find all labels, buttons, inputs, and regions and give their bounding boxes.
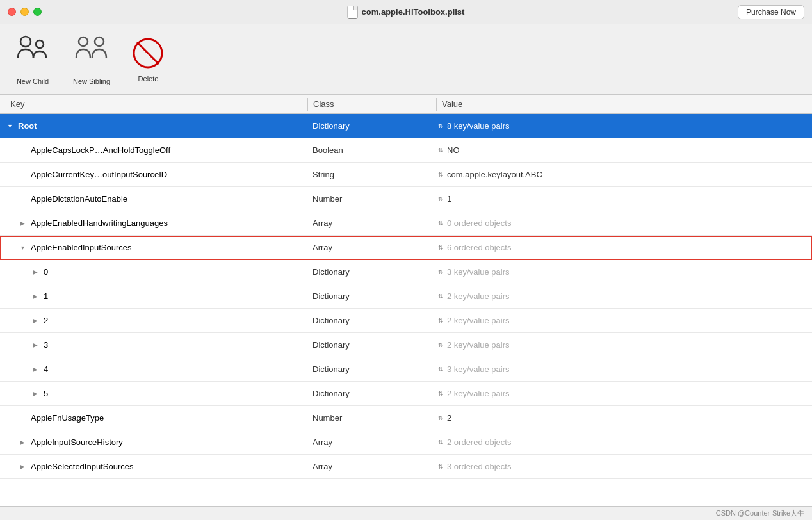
status-bar: CSDN @Counter-Strike大牛 bbox=[0, 506, 812, 520]
value-text: 2 key/value pairs bbox=[447, 316, 510, 325]
cell-class: Array bbox=[307, 218, 435, 228]
cell-class: Dictionary bbox=[307, 316, 435, 325]
cell-value: ⇅3 ordered objects bbox=[435, 462, 812, 471]
key-text: 4 bbox=[44, 364, 48, 374]
value-text: 6 ordered objects bbox=[447, 243, 511, 252]
cell-class: Dictionary bbox=[307, 389, 435, 398]
table-row[interactable]: ▶1Dictionary⇅2 key/value pairs bbox=[0, 284, 812, 309]
value-text: 3 key/value pairs bbox=[447, 267, 510, 277]
title-bar: com.apple.HIToolbox.plist Purchase Now bbox=[0, 0, 812, 24]
delete-icon bbox=[131, 36, 166, 71]
value-text: 2 key/value pairs bbox=[447, 291, 510, 301]
chevron-icon: ▶ bbox=[18, 220, 27, 227]
cell-class: Dictionary bbox=[307, 291, 435, 301]
key-text: AppleEnabledHandwritingLanguages bbox=[31, 218, 168, 228]
cell-class: String bbox=[307, 170, 435, 179]
stepper-icon[interactable]: ⇅ bbox=[438, 220, 443, 227]
stepper-icon[interactable]: ⇅ bbox=[438, 147, 443, 154]
table-row[interactable]: ▶5Dictionary⇅2 key/value pairs bbox=[0, 382, 812, 406]
cell-key: ▶2 bbox=[0, 316, 307, 325]
key-text: 5 bbox=[44, 389, 48, 398]
cell-value: ⇅2 key/value pairs bbox=[435, 340, 812, 350]
key-text: AppleCapsLockP…AndHoldToggleOff bbox=[31, 145, 170, 155]
value-text: 3 ordered objects bbox=[447, 462, 511, 471]
stepper-icon[interactable]: ⇅ bbox=[438, 245, 443, 251]
table-row[interactable]: AppleCurrentKey…outInputSourceIDString⇅c… bbox=[0, 163, 812, 187]
new-sibling-button[interactable]: New Sibling bbox=[72, 34, 111, 85]
table-row[interactable]: ▶AppleSelectedInputSourcesArray⇅3 ordere… bbox=[0, 455, 812, 479]
cell-value: ⇅6 ordered objects bbox=[435, 243, 812, 252]
table-row[interactable]: ▶AppleEnabledHandwritingLanguagesArray⇅0… bbox=[0, 211, 812, 236]
cell-class: Dictionary bbox=[307, 121, 435, 131]
svg-point-3 bbox=[95, 37, 104, 46]
status-text: CSDN @Counter-Strike大牛 bbox=[716, 508, 804, 518]
cell-key: ▶4 bbox=[0, 364, 307, 374]
cell-key: ▶5 bbox=[0, 389, 307, 398]
key-text: 0 bbox=[44, 267, 48, 277]
stepper-icon[interactable]: ⇅ bbox=[438, 172, 443, 178]
table-row[interactable]: AppleDictationAutoEnableNumber⇅1 bbox=[0, 187, 812, 211]
cell-value: ⇅2 key/value pairs bbox=[435, 316, 812, 325]
delete-button[interactable]: Delete bbox=[131, 36, 166, 83]
svg-point-1 bbox=[36, 40, 44, 48]
table-row[interactable]: AppleCapsLockP…AndHoldToggleOffBoolean⇅N… bbox=[0, 138, 812, 163]
cell-value: ⇅NO bbox=[435, 145, 812, 155]
table-body: ▾RootDictionary⇅8 key/value pairs AppleC… bbox=[0, 114, 812, 479]
new-child-label: New Child bbox=[17, 77, 49, 85]
new-child-icon bbox=[13, 34, 53, 74]
stepper-icon[interactable]: ⇅ bbox=[438, 342, 443, 348]
key-text: 2 bbox=[44, 316, 48, 325]
table-row[interactable]: ▶3Dictionary⇅2 key/value pairs bbox=[0, 333, 812, 357]
traffic-lights bbox=[8, 8, 42, 16]
cell-key: AppleCapsLockP…AndHoldToggleOff bbox=[0, 145, 307, 155]
stepper-icon[interactable]: ⇅ bbox=[438, 318, 443, 324]
table-row[interactable]: ▶AppleInputSourceHistoryArray⇅2 ordered … bbox=[0, 430, 812, 455]
svg-point-0 bbox=[20, 37, 31, 47]
cell-value: ⇅3 key/value pairs bbox=[435, 267, 812, 277]
stepper-icon[interactable]: ⇅ bbox=[438, 293, 443, 300]
table-row[interactable]: ▾AppleEnabledInputSourcesArray⇅6 ordered… bbox=[0, 236, 812, 260]
value-text: 3 key/value pairs bbox=[447, 364, 510, 374]
col-header-class: Class bbox=[308, 99, 436, 109]
cell-key: ▾Root bbox=[0, 121, 307, 131]
cell-key: ▶AppleInputSourceHistory bbox=[0, 437, 307, 447]
stepper-icon[interactable]: ⇅ bbox=[438, 464, 443, 470]
table-row[interactable]: ▶2Dictionary⇅2 key/value pairs bbox=[0, 309, 812, 333]
key-text: AppleCurrentKey…outInputSourceID bbox=[31, 170, 167, 179]
table-header: Key Class Value bbox=[0, 95, 812, 114]
cell-key: ▶3 bbox=[0, 340, 307, 350]
stepper-icon[interactable]: ⇅ bbox=[438, 123, 443, 129]
cell-key: ▶1 bbox=[0, 291, 307, 301]
col-header-key: Key bbox=[0, 99, 307, 109]
cell-key: ▾AppleEnabledInputSources bbox=[0, 243, 307, 252]
stepper-icon[interactable]: ⇅ bbox=[438, 415, 443, 421]
minimize-button[interactable] bbox=[20, 8, 29, 16]
new-child-button[interactable]: New Child bbox=[13, 34, 53, 85]
table-row[interactable]: ▾RootDictionary⇅8 key/value pairs bbox=[0, 114, 812, 138]
chevron-icon: ▶ bbox=[31, 390, 40, 397]
cell-value: ⇅2 bbox=[435, 413, 812, 423]
stepper-icon[interactable]: ⇅ bbox=[438, 269, 443, 275]
stepper-icon[interactable]: ⇅ bbox=[438, 366, 443, 373]
purchase-button[interactable]: Purchase Now bbox=[738, 5, 804, 19]
key-text: AppleEnabledInputSources bbox=[31, 243, 132, 252]
cell-class: Boolean bbox=[307, 145, 435, 155]
value-text: NO bbox=[447, 145, 460, 155]
cell-class: Array bbox=[307, 462, 435, 471]
table-row[interactable]: AppleFnUsageTypeNumber⇅2 bbox=[0, 406, 812, 430]
maximize-button[interactable] bbox=[33, 8, 42, 16]
chevron-icon: ▶ bbox=[31, 341, 40, 348]
chevron-icon: ▶ bbox=[31, 293, 40, 300]
stepper-icon[interactable]: ⇅ bbox=[438, 196, 443, 202]
cell-class: Dictionary bbox=[307, 364, 435, 374]
stepper-icon[interactable]: ⇅ bbox=[438, 439, 443, 446]
svg-line-5 bbox=[137, 42, 159, 64]
value-text: 2 bbox=[447, 413, 451, 423]
cell-class: Array bbox=[307, 437, 435, 447]
close-button[interactable] bbox=[8, 8, 16, 16]
col-header-value: Value bbox=[437, 99, 812, 109]
table-row[interactable]: ▶4Dictionary⇅3 key/value pairs bbox=[0, 357, 812, 382]
cell-value: ⇅com.apple.keylayout.ABC bbox=[435, 170, 812, 179]
stepper-icon[interactable]: ⇅ bbox=[438, 391, 443, 397]
table-row[interactable]: ▶0Dictionary⇅3 key/value pairs bbox=[0, 260, 812, 284]
